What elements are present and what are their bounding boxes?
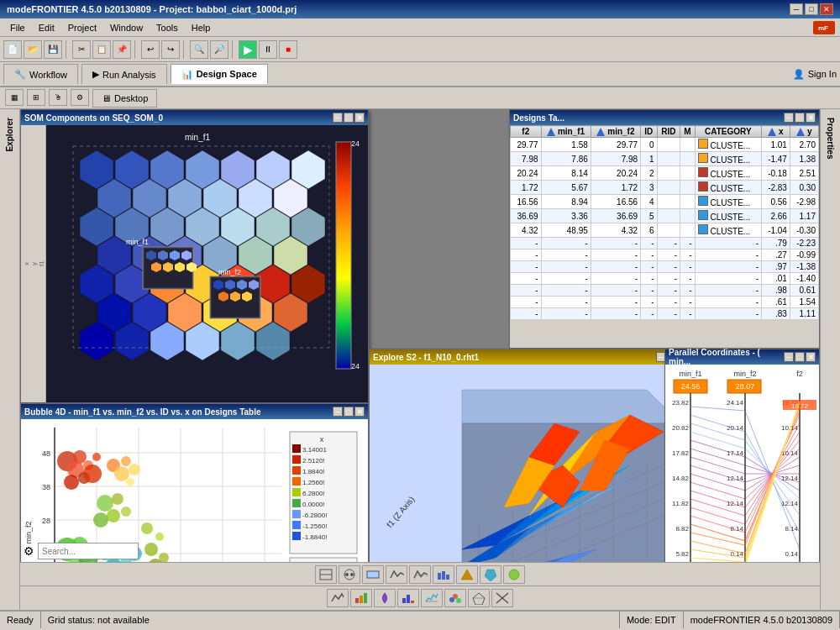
col-id[interactable]: ID [641, 126, 657, 138]
table-row[interactable]: 29.771.5829.770 CLUSTE...1.012.70 [511, 138, 819, 152]
bt1-btn8[interactable] [480, 565, 501, 584]
redo-button[interactable]: ↪ [161, 40, 180, 59]
explorer-item-f1[interactable]: f1 [38, 129, 45, 399]
desktop-tb-4[interactable]: ⚙ [71, 89, 89, 106]
som-minimize[interactable]: ─ [333, 113, 343, 123]
minimize-button[interactable]: ─ [790, 3, 803, 15]
parallel-minimize[interactable]: ─ [784, 352, 794, 362]
cut-button[interactable]: ✂ [72, 40, 91, 59]
table-row[interactable]: -------.79-2.23 [511, 238, 819, 249]
bt1-btn9[interactable] [503, 565, 525, 584]
explore-title-bar[interactable]: Explore S2 - f1_N10_0.rht1 ─ □ ✕ [370, 349, 691, 365]
parallel-title-bar[interactable]: Parallel Coordinates - ( min... ─ □ ✕ [665, 349, 819, 365]
maximize-button[interactable]: □ [805, 3, 818, 15]
desktop-button[interactable]: 🖥 Desktop [92, 89, 157, 108]
table-row[interactable]: -------.980.61 [511, 285, 819, 297]
bt1-btn1[interactable] [315, 565, 337, 584]
bt2-btn5[interactable] [421, 589, 443, 607]
menu-window[interactable]: Window [103, 21, 150, 34]
designs-close[interactable]: ✕ [806, 113, 816, 123]
save-button[interactable]: 💾 [44, 40, 62, 59]
desktop-tb-2[interactable]: ⊞ [27, 89, 45, 106]
svg-marker-74 [596, 128, 605, 136]
bubble-minimize[interactable]: ─ [333, 407, 343, 417]
bt2-btn1[interactable] [327, 589, 349, 607]
sign-in-label[interactable]: Sign In [808, 69, 837, 79]
bt2-btn8[interactable] [491, 589, 513, 607]
menu-tools[interactable]: Tools [150, 21, 185, 34]
table-row[interactable]: 4.3248.954.326 CLUSTE...-1.04-0.30 [511, 223, 819, 238]
explorer-item-x[interactable]: x [23, 129, 30, 399]
table-row[interactable]: 20.248.1420.242 CLUSTE...-0.182.51 [511, 166, 819, 181]
tab-design-space[interactable]: 📊 Design Space [171, 64, 268, 84]
col-x[interactable]: x [761, 126, 790, 138]
gear-icon[interactable]: ⚙ [24, 544, 34, 558]
col-min-f1[interactable]: min_f1 [541, 126, 591, 138]
open-button[interactable]: 📂 [24, 40, 42, 59]
svg-text:5.82: 5.82 [675, 550, 689, 558]
menu-help[interactable]: Help [185, 21, 218, 34]
bt1-btn5[interactable] [409, 565, 431, 584]
som-maximize[interactable]: □ [344, 113, 354, 123]
desktop-tb-1[interactable]: ▦ [5, 89, 24, 106]
som-panel-title[interactable]: SOM Components on SEQ_SOM_0 ─ □ ✕ [21, 110, 368, 125]
parallel-maximize[interactable]: □ [795, 352, 805, 362]
parallel-close[interactable]: ✕ [806, 352, 816, 362]
table-row[interactable]: 36.693.3636.695 CLUSTE...2.661.17 [511, 209, 819, 223]
copy-button[interactable]: 📋 [92, 40, 111, 59]
bubble-maximize[interactable]: □ [344, 407, 354, 417]
menu-file[interactable]: File [3, 21, 32, 34]
desktop-tb-3[interactable]: 🖱 [49, 89, 67, 106]
paste-button[interactable]: 📌 [113, 40, 131, 59]
pause-button[interactable]: ⏸ [259, 40, 277, 59]
run-button[interactable]: ▶ [239, 40, 257, 59]
explorer-item-y[interactable]: y [30, 129, 38, 399]
zoom-out-button[interactable]: 🔎 [210, 40, 228, 59]
design-space-label: Design Space [197, 69, 257, 79]
designs-title-bar[interactable]: Designs Ta... ─ □ ✕ [510, 110, 819, 125]
bt1-btn7[interactable] [456, 565, 478, 584]
col-y[interactable]: y [790, 126, 818, 138]
table-row[interactable]: -------.831.11 [511, 308, 819, 320]
table-row[interactable]: 16.568.9416.564 CLUSTE...0.56-2.98 [511, 195, 819, 209]
menu-edit[interactable]: Edit [32, 21, 61, 34]
menu-project[interactable]: Project [61, 21, 103, 34]
explorer-label[interactable]: Explorer [5, 111, 14, 159]
table-row[interactable]: -------.01-1.40 [511, 273, 819, 285]
zoom-in-button[interactable]: 🔍 [190, 40, 208, 59]
col-rid[interactable]: RID [657, 126, 680, 138]
bt2-btn3[interactable] [374, 589, 396, 607]
col-category[interactable]: CATEGORY [695, 126, 761, 138]
col-f2[interactable]: f2 [511, 126, 542, 138]
col-min-f2[interactable]: min_f2 [591, 126, 640, 138]
tab-workflow[interactable]: 🔧 Workflow [3, 64, 78, 84]
designs-maximize[interactable]: □ [795, 113, 805, 123]
table-row[interactable]: -------.27-0.99 [511, 249, 819, 261]
bt2-btn2[interactable] [350, 589, 372, 607]
som-panel: SOM Components on SEQ_SOM_0 ─ □ ✕ x y f1… [20, 109, 369, 403]
table-row[interactable]: -------.97-1.38 [511, 261, 819, 273]
designs-minimize[interactable]: ─ [784, 113, 794, 123]
tab-run-analysis[interactable]: ▶ Run Analysis [81, 64, 167, 84]
som-close[interactable]: ✕ [354, 113, 365, 123]
bt1-btn2[interactable] [339, 565, 360, 584]
bt1-btn4[interactable] [386, 565, 407, 584]
bt1-btn3[interactable] [362, 565, 384, 584]
bt2-btn7[interactable] [468, 589, 490, 607]
close-button[interactable]: ✕ [820, 3, 833, 15]
stop-button[interactable]: ■ [279, 40, 297, 59]
new-button[interactable]: 📄 [3, 40, 22, 59]
bubble-title-bar[interactable]: Bubble 4D - min_f1 vs. min_f2 vs. ID vs.… [21, 404, 368, 419]
properties-label[interactable]: Properties [826, 111, 835, 165]
undo-button[interactable]: ↩ [141, 40, 160, 59]
table-row[interactable]: -------.611.54 [511, 297, 819, 308]
bt1-btn6[interactable] [433, 565, 454, 584]
bt2-btn6[interactable] [444, 589, 466, 607]
bt2-btn4[interactable] [397, 589, 419, 607]
col-m[interactable]: M [680, 126, 695, 138]
table-row[interactable]: 7.987.867.981 CLUSTE...-1.471.38 [511, 152, 819, 166]
bubble-close[interactable]: ✕ [354, 407, 365, 417]
search-input[interactable] [38, 543, 139, 559]
designs-table-container[interactable]: f2 min_f1 min_f2 ID RID M [510, 125, 819, 348]
table-row[interactable]: 1.725.671.723 CLUSTE...-2.830.30 [511, 181, 819, 195]
